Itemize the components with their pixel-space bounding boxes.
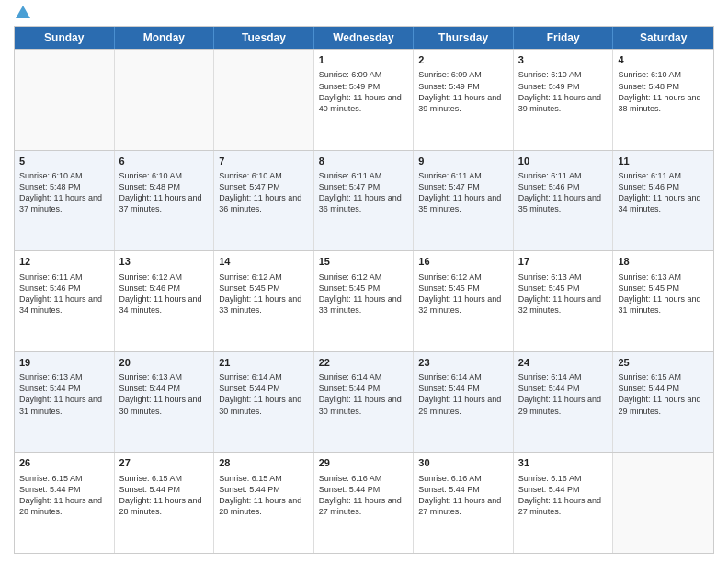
calendar-cell: 1Sunrise: 6:09 AM Sunset: 5:49 PM Daylig…: [314, 50, 415, 150]
day-number: 30: [418, 456, 508, 470]
day-number: 6: [119, 155, 210, 168]
day-number: 27: [119, 456, 210, 470]
calendar-cell: 29Sunrise: 6:16 AM Sunset: 5:44 PM Dayli…: [314, 453, 415, 553]
calendar-cell: 5Sunrise: 6:10 AM Sunset: 5:48 PM Daylig…: [15, 151, 115, 251]
day-number: 29: [319, 456, 409, 470]
day-detail: Sunrise: 6:16 AM Sunset: 5:44 PM Dayligh…: [518, 473, 609, 518]
day-detail: Sunrise: 6:15 AM Sunset: 5:44 PM Dayligh…: [219, 473, 309, 518]
day-detail: Sunrise: 6:09 AM Sunset: 5:49 PM Dayligh…: [418, 69, 508, 114]
day-number: 23: [418, 356, 508, 370]
day-number: 4: [618, 53, 709, 67]
calendar-cell: 7Sunrise: 6:10 AM Sunset: 5:47 PM Daylig…: [214, 151, 314, 251]
day-number: 16: [418, 255, 508, 269]
day-number: 25: [618, 356, 709, 370]
calendar-cell: 15Sunrise: 6:12 AM Sunset: 5:45 PM Dayli…: [314, 251, 415, 351]
calendar-cell: 21Sunrise: 6:14 AM Sunset: 5:44 PM Dayli…: [214, 352, 314, 453]
calendar-header-cell: Monday: [115, 27, 215, 49]
calendar-cell: 31Sunrise: 6:16 AM Sunset: 5:44 PM Dayli…: [514, 453, 614, 553]
day-detail: Sunrise: 6:15 AM Sunset: 5:44 PM Dayligh…: [618, 372, 709, 417]
day-number: 20: [119, 356, 210, 370]
day-number: 8: [319, 155, 409, 168]
day-detail: Sunrise: 6:12 AM Sunset: 5:45 PM Dayligh…: [418, 271, 508, 316]
day-number: 31: [518, 456, 609, 470]
day-number: 19: [19, 356, 109, 370]
day-detail: Sunrise: 6:16 AM Sunset: 5:44 PM Dayligh…: [319, 473, 409, 518]
calendar-cell: 11Sunrise: 6:11 AM Sunset: 5:46 PM Dayli…: [613, 151, 713, 251]
calendar-cell: 8Sunrise: 6:11 AM Sunset: 5:47 PM Daylig…: [314, 151, 415, 251]
day-detail: Sunrise: 6:10 AM Sunset: 5:48 PM Dayligh…: [119, 170, 210, 215]
calendar-body: 1Sunrise: 6:09 AM Sunset: 5:49 PM Daylig…: [15, 49, 713, 553]
day-detail: Sunrise: 6:13 AM Sunset: 5:44 PM Dayligh…: [19, 372, 109, 417]
header: [14, 9, 714, 18]
calendar-header-cell: Sunday: [15, 27, 115, 49]
day-detail: Sunrise: 6:11 AM Sunset: 5:46 PM Dayligh…: [19, 271, 109, 316]
calendar-cell: 18Sunrise: 6:13 AM Sunset: 5:45 PM Dayli…: [613, 251, 713, 351]
calendar-cell: 12Sunrise: 6:11 AM Sunset: 5:46 PM Dayli…: [15, 251, 115, 351]
calendar-cell: 16Sunrise: 6:12 AM Sunset: 5:45 PM Dayli…: [414, 251, 514, 351]
calendar-cell: 6Sunrise: 6:10 AM Sunset: 5:48 PM Daylig…: [115, 151, 215, 251]
day-number: 28: [219, 456, 309, 470]
calendar-cell: 13Sunrise: 6:12 AM Sunset: 5:46 PM Dayli…: [115, 251, 215, 351]
day-number: 26: [19, 456, 109, 470]
day-detail: Sunrise: 6:13 AM Sunset: 5:45 PM Dayligh…: [518, 271, 609, 316]
calendar-cell: 2Sunrise: 6:09 AM Sunset: 5:49 PM Daylig…: [414, 50, 514, 150]
day-number: 5: [19, 155, 109, 168]
calendar-cell: 23Sunrise: 6:14 AM Sunset: 5:44 PM Dayli…: [414, 352, 514, 453]
calendar-cell: 17Sunrise: 6:13 AM Sunset: 5:45 PM Dayli…: [514, 251, 614, 351]
day-detail: Sunrise: 6:14 AM Sunset: 5:44 PM Dayligh…: [219, 372, 309, 417]
day-detail: Sunrise: 6:14 AM Sunset: 5:44 PM Dayligh…: [319, 372, 409, 417]
calendar-header-cell: Saturday: [613, 27, 713, 49]
day-number: 22: [319, 356, 409, 370]
day-number: 13: [119, 255, 210, 269]
day-number: 18: [618, 255, 709, 269]
day-number: 3: [518, 53, 609, 67]
calendar-cell: 20Sunrise: 6:13 AM Sunset: 5:44 PM Dayli…: [115, 352, 215, 453]
day-detail: Sunrise: 6:10 AM Sunset: 5:47 PM Dayligh…: [219, 170, 309, 215]
day-detail: Sunrise: 6:11 AM Sunset: 5:46 PM Dayligh…: [518, 170, 609, 215]
calendar-header-cell: Friday: [514, 27, 614, 49]
day-detail: Sunrise: 6:11 AM Sunset: 5:47 PM Dayligh…: [319, 170, 409, 215]
day-detail: Sunrise: 6:10 AM Sunset: 5:49 PM Dayligh…: [518, 69, 609, 114]
day-detail: Sunrise: 6:15 AM Sunset: 5:44 PM Dayligh…: [119, 473, 210, 518]
day-detail: Sunrise: 6:12 AM Sunset: 5:45 PM Dayligh…: [219, 271, 309, 316]
calendar-cell: 4Sunrise: 6:10 AM Sunset: 5:48 PM Daylig…: [613, 50, 713, 150]
calendar-cell: 28Sunrise: 6:15 AM Sunset: 5:44 PM Dayli…: [214, 453, 314, 553]
day-detail: Sunrise: 6:12 AM Sunset: 5:45 PM Dayligh…: [319, 271, 409, 316]
calendar-cell-empty: [115, 50, 215, 150]
day-number: 17: [518, 255, 609, 269]
day-number: 2: [418, 53, 508, 67]
calendar-cell: 22Sunrise: 6:14 AM Sunset: 5:44 PM Dayli…: [314, 352, 415, 453]
logo: [14, 9, 30, 18]
calendar-cell: 9Sunrise: 6:11 AM Sunset: 5:47 PM Daylig…: [414, 151, 514, 251]
day-detail: Sunrise: 6:16 AM Sunset: 5:44 PM Dayligh…: [418, 473, 508, 518]
day-number: 24: [518, 356, 609, 370]
day-number: 11: [618, 155, 709, 168]
calendar-row: 19Sunrise: 6:13 AM Sunset: 5:44 PM Dayli…: [15, 351, 713, 453]
calendar-cell-empty: [613, 453, 713, 553]
calendar-cell: 25Sunrise: 6:15 AM Sunset: 5:44 PM Dayli…: [613, 352, 713, 453]
page: SundayMondayTuesdayWednesdayThursdayFrid…: [0, 0, 728, 563]
day-number: 1: [319, 53, 409, 67]
calendar-cell-empty: [214, 50, 314, 150]
day-number: 21: [219, 356, 309, 370]
calendar-header-cell: Tuesday: [214, 27, 314, 49]
calendar-row: 26Sunrise: 6:15 AM Sunset: 5:44 PM Dayli…: [15, 452, 713, 553]
day-number: 9: [418, 155, 508, 168]
day-detail: Sunrise: 6:13 AM Sunset: 5:45 PM Dayligh…: [618, 271, 709, 316]
day-detail: Sunrise: 6:15 AM Sunset: 5:44 PM Dayligh…: [19, 473, 109, 518]
day-detail: Sunrise: 6:14 AM Sunset: 5:44 PM Dayligh…: [518, 372, 609, 417]
day-detail: Sunrise: 6:11 AM Sunset: 5:47 PM Dayligh…: [418, 170, 508, 215]
calendar-cell: 14Sunrise: 6:12 AM Sunset: 5:45 PM Dayli…: [214, 251, 314, 351]
calendar-cell: 27Sunrise: 6:15 AM Sunset: 5:44 PM Dayli…: [115, 453, 215, 553]
calendar-header-cell: Wednesday: [314, 27, 415, 49]
logo-triangle-icon: [16, 6, 30, 18]
calendar-cell: 24Sunrise: 6:14 AM Sunset: 5:44 PM Dayli…: [514, 352, 614, 453]
calendar-row: 5Sunrise: 6:10 AM Sunset: 5:48 PM Daylig…: [15, 150, 713, 251]
calendar-cell: 19Sunrise: 6:13 AM Sunset: 5:44 PM Dayli…: [15, 352, 115, 453]
calendar-header: SundayMondayTuesdayWednesdayThursdayFrid…: [15, 27, 713, 49]
calendar-cell: 30Sunrise: 6:16 AM Sunset: 5:44 PM Dayli…: [414, 453, 514, 553]
calendar-cell: 3Sunrise: 6:10 AM Sunset: 5:49 PM Daylig…: [514, 50, 614, 150]
calendar-cell: 10Sunrise: 6:11 AM Sunset: 5:46 PM Dayli…: [514, 151, 614, 251]
day-number: 10: [518, 155, 609, 168]
day-detail: Sunrise: 6:10 AM Sunset: 5:48 PM Dayligh…: [19, 170, 109, 215]
